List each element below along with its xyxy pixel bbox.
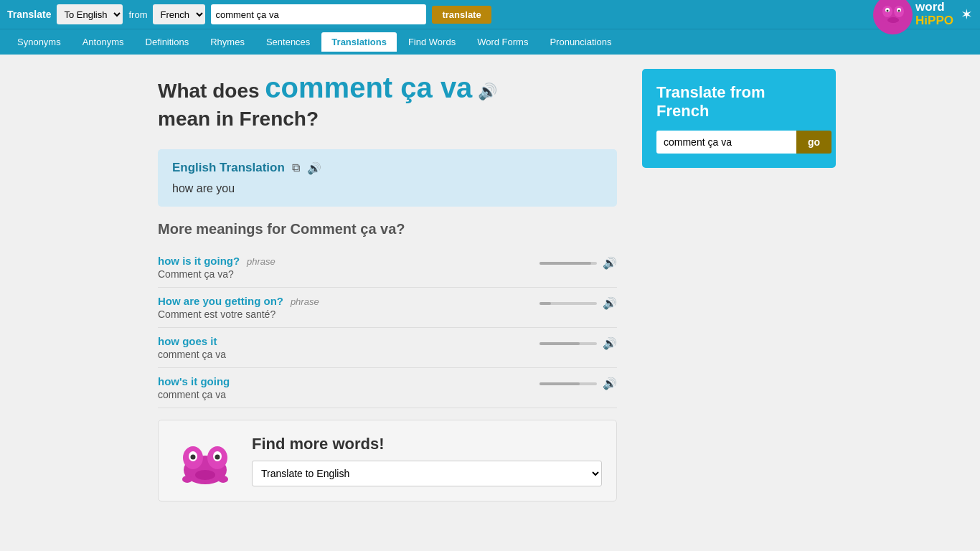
- logo-hippo: HiPPO: [915, 14, 953, 28]
- meaning-term-4[interactable]: how's it going: [158, 375, 230, 387]
- find-words-title: Find more words!: [252, 435, 602, 453]
- translate-from-title: Translate from French: [656, 83, 821, 121]
- translation-box-header: English Translation ⧉ 🔊: [172, 161, 603, 175]
- meaning-progress-1: [540, 262, 597, 265]
- svg-point-14: [215, 454, 220, 459]
- heading-speaker-icon[interactable]: 🔊: [478, 83, 497, 100]
- meaning-speaker-2[interactable]: 🔊: [603, 296, 617, 310]
- translation-speaker-icon[interactable]: 🔊: [307, 161, 321, 175]
- meaning-translation-2: Comment est votre santé?: [158, 309, 540, 320]
- right-sidebar: Translate from French go: [631, 55, 847, 516]
- translate-from-box: Translate from French go: [642, 69, 836, 168]
- translate-label: Translate: [7, 9, 51, 20]
- meaning-left: how goes it comment ça va: [158, 335, 540, 360]
- heading-prefix: What does: [158, 80, 260, 102]
- star-icon[interactable]: ✶: [961, 6, 973, 23]
- nav-pronunciations[interactable]: Pronunciations: [540, 32, 621, 52]
- nav-bar: Synonyms Antonyms Definitions Rhymes Sen…: [0, 29, 980, 55]
- meaning-pos-1: phrase: [247, 256, 275, 267]
- meaning-speaker-3[interactable]: 🔊: [603, 336, 617, 350]
- svg-point-5: [886, 10, 888, 12]
- meaning-translation-4: comment ça va: [158, 389, 540, 400]
- svg-point-7: [887, 17, 899, 23]
- translation-box: English Translation ⧉ 🔊 how are you: [158, 149, 617, 207]
- from-label: from: [128, 9, 147, 20]
- meaning-row: how's it going comment ça va 🔊: [158, 368, 617, 408]
- meaning-right-3: 🔊: [540, 335, 617, 350]
- meaning-right-1: 🔊: [540, 255, 617, 270]
- hippo-graphic: [173, 438, 237, 484]
- page-heading: What does comment ça va 🔊 mean in French…: [158, 69, 617, 132]
- nav-synonyms[interactable]: Synonyms: [7, 32, 71, 52]
- translate-from-input-row: go: [656, 131, 821, 154]
- more-meanings-title: More meanings for Comment ça va?: [158, 221, 617, 237]
- logo-area: word HiPPO ✶: [873, 0, 973, 34]
- meaning-progress-2: [540, 302, 597, 305]
- translation-box-title: English Translation: [172, 161, 285, 175]
- nav-sentences[interactable]: Sentences: [256, 32, 320, 52]
- nav-antonyms[interactable]: Antonyms: [72, 32, 134, 52]
- meaning-translation-3: comment ça va: [158, 349, 540, 360]
- meaning-left: how is it going? phrase Comment ça va?: [158, 255, 540, 280]
- nav-translations[interactable]: Translations: [321, 32, 397, 52]
- meaning-right-2: 🔊: [540, 295, 617, 310]
- meaning-term-1[interactable]: how is it going?: [158, 255, 240, 267]
- left-space: [0, 55, 143, 516]
- meaning-row: how goes it comment ça va 🔊: [158, 328, 617, 368]
- svg-point-17: [218, 476, 228, 483]
- translation-result: how are you: [172, 182, 603, 195]
- meaning-left: How are you getting on? phrase Comment e…: [158, 295, 540, 320]
- center-content: What does comment ça va 🔊 mean in French…: [143, 55, 631, 516]
- translate-from-input[interactable]: [656, 131, 796, 154]
- svg-point-15: [195, 470, 215, 480]
- meaning-translation-1: Comment ça va?: [158, 268, 540, 280]
- find-words-right: Find more words! Translate to English Tr…: [252, 435, 602, 486]
- nav-definitions[interactable]: Definitions: [136, 32, 199, 52]
- direction-select[interactable]: To English: [57, 4, 123, 24]
- meaning-term-2[interactable]: How are you getting on?: [158, 295, 283, 307]
- logo-word: word: [915, 1, 953, 14]
- meaning-left: how's it going comment ça va: [158, 375, 540, 400]
- heading-suffix: mean in French?: [158, 108, 319, 130]
- translate-from-go-button[interactable]: go: [796, 131, 831, 154]
- meaning-pos-2: phrase: [291, 296, 319, 307]
- top-bar: Translate To English from French transla…: [0, 0, 980, 29]
- search-input[interactable]: [211, 4, 426, 24]
- meaning-right-4: 🔊: [540, 375, 617, 390]
- svg-point-6: [897, 10, 900, 12]
- meaning-progress-4: [540, 382, 597, 385]
- copy-icon[interactable]: ⧉: [292, 161, 300, 174]
- meaning-speaker-4[interactable]: 🔊: [603, 377, 617, 390]
- find-words-box: Find more words! Translate to English Tr…: [158, 420, 617, 501]
- meaning-term-3[interactable]: how goes it: [158, 335, 217, 347]
- find-words-select[interactable]: Translate to English Translate to French…: [252, 461, 602, 486]
- meaning-speaker-1[interactable]: 🔊: [603, 256, 617, 270]
- nav-find-words[interactable]: Find Words: [398, 32, 466, 52]
- svg-point-16: [182, 476, 192, 483]
- meaning-progress-3: [540, 342, 597, 345]
- main-wrapper: What does comment ça va 🔊 mean in French…: [0, 55, 980, 516]
- nav-rhymes[interactable]: Rhymes: [200, 32, 255, 52]
- language-select[interactable]: French: [153, 4, 205, 24]
- svg-point-13: [191, 454, 196, 459]
- meaning-row: How are you getting on? phrase Comment e…: [158, 288, 617, 328]
- hippo-logo: [873, 0, 913, 34]
- nav-word-forms[interactable]: Word Forms: [467, 32, 538, 52]
- meaning-row: how is it going? phrase Comment ça va? 🔊: [158, 248, 617, 288]
- translate-button[interactable]: translate: [432, 6, 491, 24]
- heading-highlight: comment ça va: [265, 72, 472, 103]
